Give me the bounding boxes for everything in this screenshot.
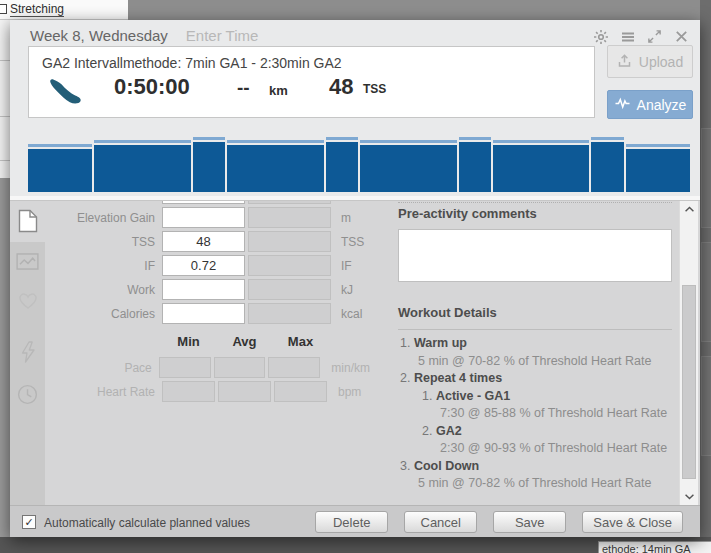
pre-activity-comments-heading: Pre-activity comments [398, 206, 537, 221]
running-shoe-icon [45, 78, 82, 110]
background-right-edge [700, 0, 711, 553]
scrollbar-thumb[interactable] [682, 285, 696, 479]
auto-calc-checkbox[interactable]: ✓ [22, 515, 36, 529]
heart-rate-value-input [218, 381, 271, 402]
scroll-down-icon[interactable] [680, 490, 699, 503]
elevation-gain-input[interactable] [162, 207, 245, 228]
workout-step: 1. Warm up [398, 335, 684, 353]
chart-bar-ga2 [326, 137, 358, 192]
workout-step-number: 2. [422, 424, 436, 438]
pace-value-input [159, 357, 211, 378]
stats-unit: min/km [331, 361, 370, 375]
chart-bar-ga2 [193, 137, 225, 192]
auto-calc-label: Automatically calculate planned values [44, 516, 250, 530]
cancel-button[interactable]: Cancel [404, 511, 477, 533]
gear-icon[interactable] [592, 28, 609, 45]
background-checkbox-icon [0, 4, 7, 14]
form-row-elevation-gain: Elevation Gainm [10, 207, 370, 228]
background-left-white [0, 20, 10, 178]
workout-step: 2. GA2 [398, 423, 684, 441]
planned-values-form: Elevation GainmTSS48TSSIF0.72IFWorkkJCal… [10, 207, 370, 327]
workout-step-description: 5 min @ 70-82 % of Threshold Heart Rate [398, 353, 684, 371]
pre-activity-comments-input[interactable] [398, 229, 672, 282]
workout-details-rule [398, 329, 672, 330]
background-workout-label: Stretching [10, 2, 64, 17]
work-completed-input [248, 279, 331, 300]
workout-step-description: 5 min @ 70-82 % of Threshold Heart Rate [398, 475, 684, 493]
chart-bar-ga2 [591, 137, 623, 192]
planned-duration: 0:50:00 [114, 74, 190, 100]
workout-summary-card: GA2 Intervallmethode: 7min GA1 - 2:30min… [28, 46, 595, 118]
workout-step-title: Repeat 4 times [414, 371, 502, 385]
elevation-gain-completed-input [248, 207, 331, 228]
calories-completed-input [248, 303, 331, 324]
upload-button[interactable]: Upload [607, 45, 693, 78]
calories-input[interactable] [162, 303, 245, 324]
modal-header: Week 8, Wednesday Enter Time [30, 27, 258, 44]
form-unit: IF [341, 259, 352, 273]
workout-title: GA2 Intervallmethode: 7min GA1 - 2:30min… [42, 55, 342, 71]
close-icon[interactable] [673, 28, 690, 45]
form-unit: kcal [341, 307, 362, 321]
if-completed-input [248, 255, 331, 276]
scrollbar[interactable] [679, 201, 698, 505]
if-input[interactable]: 0.72 [162, 255, 245, 276]
work-input[interactable] [162, 279, 245, 300]
background-line [0, 116, 10, 117]
menu-icon[interactable] [619, 28, 636, 45]
heart-rate-value-input [162, 381, 215, 402]
workout-step-description: 7:30 @ 85-88 % of Threshold Heart Rate [398, 405, 684, 423]
background-bottom-edge: ethode; 14min GA [0, 537, 711, 553]
enter-time-link[interactable]: Enter Time [186, 27, 259, 44]
cutoff-dotted-edge [398, 201, 672, 203]
workout-step-description: 2:30 @ 90-93 % of Threshold Heart Rate [398, 440, 684, 458]
analyze-button[interactable]: Analyze [607, 90, 693, 119]
form-unit: m [341, 211, 351, 225]
background-calendar-cell: Stretching [0, 0, 128, 20]
chart-bar-warm-up [28, 144, 92, 192]
pace-value-input [268, 357, 320, 378]
planned-tss: 48 [329, 74, 353, 100]
delete-button[interactable]: Delete [315, 511, 388, 533]
stats-header-row: MinAvgMax [162, 334, 370, 349]
chart-bar-active-ga1 [360, 140, 457, 192]
chart-bar-active-ga1 [493, 140, 590, 192]
analyze-label: Analyze [637, 97, 687, 113]
workout-step-title: GA2 [436, 424, 462, 438]
workout-step-title: Active - GA1 [436, 389, 510, 403]
save-close-button[interactable]: Save & Close [582, 511, 683, 533]
background-card [701, 128, 711, 228]
stats-header-avg: Avg [218, 334, 271, 349]
stats-row-heart-rate: Heart Ratebpm [10, 381, 370, 402]
planned-distance: -- [237, 77, 250, 99]
workout-step: 3. Cool Down [398, 458, 684, 476]
stats-label: Pace [10, 361, 152, 375]
workout-structure-chart [28, 130, 690, 192]
stats-unit: bpm [338, 385, 361, 399]
background-card [701, 356, 711, 456]
form-label: TSS [10, 235, 155, 249]
modal-footer: ✓ Automatically calculate planned values… [10, 505, 700, 537]
scroll-up-icon[interactable] [680, 202, 699, 215]
form-row-tss: TSS48TSS [10, 231, 370, 252]
workout-step-number: 1. [400, 336, 414, 350]
form-row-if: IF0.72IF [10, 255, 370, 276]
distance-unit: km [269, 83, 288, 98]
form-label: IF [10, 259, 155, 273]
cutoff-input [162, 201, 245, 204]
workout-step-title: Cool Down [414, 459, 479, 473]
tss-unit: TSS [363, 82, 386, 96]
form-row-calories: Calorieskcal [10, 303, 370, 324]
workout-step-number: 2. [400, 371, 414, 385]
analyze-waveform-icon [614, 96, 631, 113]
upload-icon [617, 53, 632, 71]
workout-step-number: 3. [400, 459, 414, 473]
save-button[interactable]: Save [493, 511, 566, 533]
workout-step-number: 1. [422, 389, 436, 403]
resize-icon[interactable] [646, 28, 663, 45]
chart-bar-active-ga1 [227, 140, 324, 192]
stats-label: Heart Rate [10, 385, 155, 399]
tss-input[interactable]: 48 [162, 231, 245, 252]
form-label: Calories [10, 307, 155, 321]
background-card [701, 242, 711, 342]
